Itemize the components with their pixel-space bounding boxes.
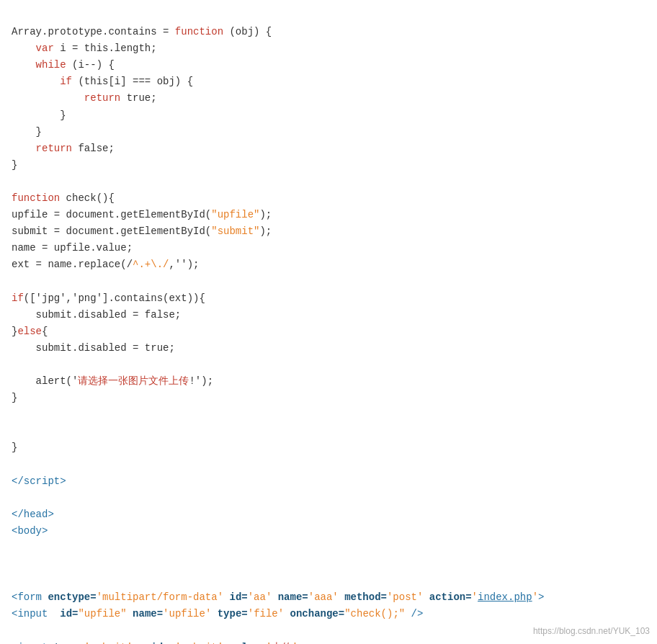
code-content: Array.prototype.contains = function (obj… [12,7,645,644]
watermark: https://blog.csdn.net/YUK_103 [533,625,650,638]
